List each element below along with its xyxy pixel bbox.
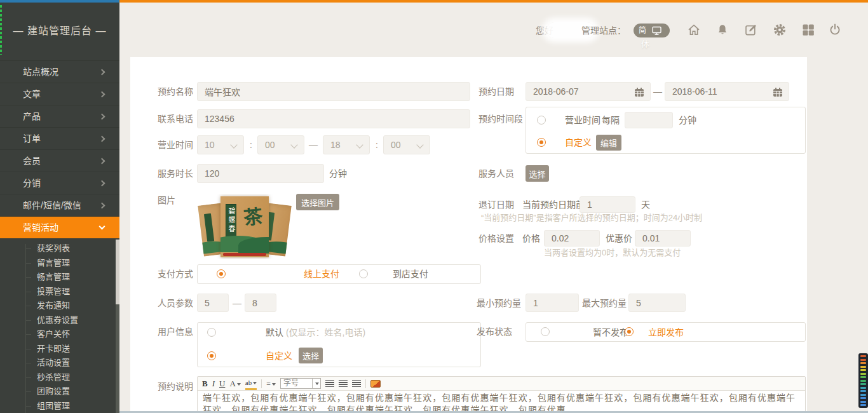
highlight-button[interactable]: ab — [245, 377, 257, 390]
app-root: — 建站管理后台 — 站点概况 文章 产品 订单 会员 分销 邮件/短信/微信 … — [0, 0, 868, 413]
top-edge-orange — [119, 0, 868, 3]
field-label: 服务人员 — [478, 164, 514, 183]
sidebar-subitem-notices[interactable]: 发布通知 — [0, 299, 119, 313]
editor-content[interactable]: 端午狂欢，包厢有优惠端午狂欢，包厢有优惠端午狂欢，包厢有优惠端午狂欢，包厢有优惠… — [198, 391, 805, 413]
user-default-note: (仅显示：姓名,电话) — [286, 327, 365, 337]
choose-image-button[interactable]: 选择图片 — [296, 194, 339, 210]
sidebar-subitem-card-gift[interactable]: 开卡即送 — [0, 342, 119, 356]
calendar-icon[interactable] — [772, 86, 783, 98]
sidebar-scrollbar-thumb[interactable] — [116, 240, 119, 304]
sidebar-item-mail-sms-wechat[interactable]: 邮件/短信/微信 — [0, 194, 119, 216]
italic-button[interactable]: I — [212, 378, 215, 389]
sidebar-item-distribution[interactable]: 分销 — [0, 172, 119, 194]
user-custom-label[interactable]: 自定义 — [266, 346, 292, 365]
sidebar-subitem-changyan[interactable]: 畅言管理 — [0, 270, 119, 285]
align-center-button[interactable] — [339, 380, 348, 387]
people-max-input[interactable]: 8 — [245, 294, 276, 312]
user-default-label[interactable]: 默认 (仅显示：姓名,电话) — [266, 323, 365, 342]
max-booking-input[interactable]: 5 — [628, 294, 686, 312]
edit-button[interactable]: 编辑 — [596, 135, 621, 151]
power-icon[interactable] — [828, 23, 842, 37]
booking-name-input[interactable]: 端午狂欢 — [197, 82, 470, 101]
sidebar-subitem-votes[interactable]: 投票管理 — [0, 285, 119, 299]
field-label: 图片 — [158, 191, 175, 210]
pay-online-radio[interactable] — [217, 269, 226, 278]
pay-offline-radio[interactable] — [359, 269, 368, 278]
underline-button[interactable]: U — [219, 378, 225, 389]
sidebar-subitem-messages[interactable]: 留言管理 — [0, 256, 119, 271]
sidebar-item-products[interactable]: 产品 — [0, 105, 119, 127]
sidebar-menu: 站点概况 文章 产品 订单 会员 分销 邮件/短信/微信 营销活动 — [0, 60, 119, 238]
sidebar-subitem-customer-care[interactable]: 客户关怀 — [0, 327, 119, 342]
interval-minutes-input[interactable] — [625, 112, 673, 128]
toolbar-separator — [365, 379, 366, 388]
font-color-button[interactable]: A — [229, 378, 240, 389]
sidebar-item-articles[interactable]: 文章 — [0, 83, 119, 105]
price-input[interactable]: 0.02 — [544, 230, 600, 247]
font-size-select[interactable]: 字号 — [280, 378, 321, 389]
staff-select-button[interactable]: 选择 — [526, 165, 549, 182]
people-min-input[interactable]: 5 — [197, 294, 229, 312]
app-logo: — 建站管理后台 — — [0, 22, 119, 41]
chevron-down-icon — [99, 224, 105, 230]
sidebar-subitem-group-join[interactable]: 组团管理 — [0, 399, 119, 413]
compose-icon[interactable] — [744, 23, 758, 37]
sidebar-subitem-coupons[interactable]: 优惠券设置 — [0, 313, 119, 328]
field-label: 用户信息 — [158, 322, 193, 341]
discount-input[interactable]: 0.01 — [635, 230, 691, 247]
chevron-right-icon — [99, 136, 105, 142]
minute-from-select[interactable]: 00 — [257, 135, 304, 154]
phone-input[interactable]: 123456 — [197, 109, 470, 128]
home-icon[interactable] — [687, 23, 701, 37]
bold-button[interactable]: B — [202, 378, 208, 389]
sidebar-subitem-awards[interactable]: 获奖列表 — [0, 241, 119, 256]
insert-image-button[interactable] — [370, 380, 381, 388]
pay-online-label[interactable]: 线上支付 — [304, 264, 339, 283]
field-label: 人员参数 — [158, 294, 193, 313]
publish-now-label[interactable]: 立即发布 — [648, 323, 684, 342]
sidebar-subitem-flash-sale[interactable]: 秒杀管理 — [0, 370, 119, 385]
hour-from-select[interactable]: 10 — [197, 135, 244, 154]
bell-icon[interactable] — [715, 23, 729, 37]
custom-option-label[interactable]: 自定义 — [565, 133, 592, 152]
publish-later-label[interactable]: 暂不发布 — [593, 323, 628, 342]
user-custom-radio[interactable] — [207, 351, 216, 360]
minute-to-select[interactable]: 00 — [383, 135, 430, 154]
time-slot-custom-radio[interactable] — [537, 138, 546, 147]
sidebar-subitem-group-buy[interactable]: 团购设置 — [0, 384, 119, 399]
date-to-input[interactable]: 2018-06-11 — [665, 82, 789, 101]
field-label: 发布状态 — [477, 322, 512, 341]
publish-now-radio[interactable] — [625, 327, 634, 336]
user-select-button[interactable]: 选择 — [299, 348, 323, 363]
publish-later-radio[interactable] — [541, 327, 550, 336]
field-label: 价格设置 — [478, 229, 514, 248]
align-justify-button[interactable] — [352, 380, 361, 387]
field-label: 预约日期 — [478, 82, 514, 101]
package-center: 碧螺春 茶 — [220, 196, 269, 257]
line-height-button[interactable]: ≡ — [266, 378, 276, 389]
date-range-dash: — — [653, 82, 662, 101]
field-label: 支付方式 — [158, 264, 193, 283]
unit-label: 分钟 — [329, 164, 347, 183]
caret-down-icon — [237, 383, 241, 386]
language-switcher[interactable]: 简 — [634, 24, 670, 37]
sidebar-item-site-overview[interactable]: 站点概况 — [0, 60, 119, 83]
sidebar-item-members[interactable]: 会员 — [0, 149, 119, 172]
chevron-right-icon — [99, 91, 105, 98]
sidebar-item-orders[interactable]: 订单 — [0, 127, 119, 149]
sidebar-subitem-activity-settings[interactable]: 活动设置 — [0, 356, 119, 370]
min-booking-input[interactable]: 1 — [526, 294, 579, 312]
date-from-input[interactable]: 2018-06-07 — [526, 82, 651, 101]
gear-icon[interactable] — [773, 23, 787, 37]
pay-offline-label[interactable]: 到店支付 — [393, 264, 428, 283]
calendar-icon[interactable] — [634, 86, 645, 98]
user-default-radio[interactable] — [207, 328, 216, 337]
hour-to-select[interactable]: 18 — [323, 135, 370, 154]
sidebar-item-marketing[interactable]: 营销活动 — [0, 216, 119, 238]
apps-grid-icon[interactable] — [801, 23, 815, 37]
range-dash: — — [306, 135, 320, 154]
align-left-button[interactable] — [325, 380, 334, 387]
duration-input[interactable]: 120 — [197, 164, 324, 183]
time-slot-business-radio[interactable] — [537, 116, 546, 125]
editor-toolbar: B I U A ab ≡ 字号 — [198, 377, 805, 391]
